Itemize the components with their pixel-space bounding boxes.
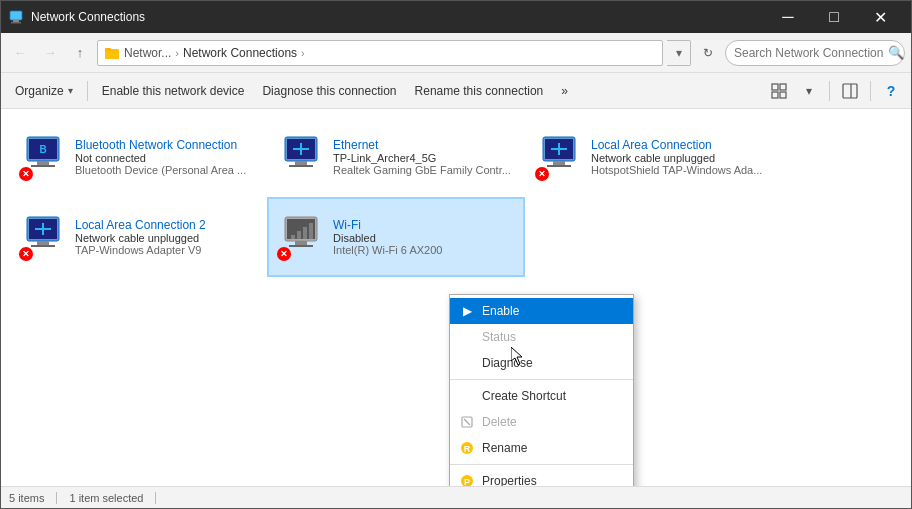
- view-options-button[interactable]: [765, 77, 793, 105]
- minimize-button[interactable]: ─: [765, 1, 811, 33]
- more-button[interactable]: »: [553, 77, 576, 105]
- statusbar-count: 5 items: [9, 492, 44, 504]
- context-menu-properties[interactable]: P Properties: [450, 468, 633, 486]
- item-name: Ethernet: [333, 138, 515, 152]
- list-item[interactable]: ✕ Local Area Connection Network cable un…: [525, 117, 783, 197]
- context-menu-rename[interactable]: R Rename: [450, 435, 633, 461]
- rename-icon: R: [458, 439, 476, 457]
- svg-rect-13: [37, 161, 49, 165]
- svg-rect-8: [780, 92, 786, 98]
- maximize-button[interactable]: □: [811, 1, 857, 33]
- organize-label: Organize: [15, 84, 64, 98]
- svg-rect-5: [772, 84, 778, 90]
- up-button[interactable]: ↑: [67, 40, 93, 66]
- toolbar-sep-1: [87, 81, 88, 101]
- item-detail: HotspotShield TAP-Windows Ada...: [591, 164, 773, 176]
- context-menu-diagnose[interactable]: Diagnose: [450, 350, 633, 376]
- context-menu-create-shortcut[interactable]: Create Shortcut: [450, 383, 633, 409]
- pane-icon: [842, 83, 858, 99]
- list-item[interactable]: B ✕ Bluetooth Network Connection Not con…: [9, 117, 267, 197]
- item-icon-wrap: ✕: [19, 213, 67, 261]
- svg-rect-14: [31, 165, 55, 167]
- item-icon-wrap: ✕: [277, 213, 325, 261]
- context-menu-enable[interactable]: ▶ Enable: [450, 298, 633, 324]
- item-status: Network cable unplugged: [591, 152, 773, 164]
- item-detail: TAP-Windows Adapter V9: [75, 244, 257, 256]
- address-path-part1: Networ...: [124, 46, 171, 60]
- list-item[interactable]: ✕ Local Area Connection 2 Network cable …: [9, 197, 267, 277]
- svg-rect-2: [11, 22, 21, 24]
- rename-button[interactable]: Rename this connection: [407, 77, 552, 105]
- details-pane-button[interactable]: [836, 77, 864, 105]
- svg-rect-24: [553, 161, 565, 165]
- item-name: Bluetooth Network Connection: [75, 138, 257, 152]
- item-info: Wi-Fi Disabled Intel(R) Wi-Fi 6 AX200: [333, 218, 515, 256]
- context-menu-delete: Delete: [450, 409, 633, 435]
- svg-rect-36: [295, 241, 307, 245]
- enable-label: Enable this network device: [102, 84, 245, 98]
- toolbar-sep-2: [829, 81, 830, 101]
- diagnose-button[interactable]: Diagnose this connection: [254, 77, 404, 105]
- address-dropdown-button[interactable]: ▾: [667, 40, 691, 66]
- context-create-shortcut-label: Create Shortcut: [482, 389, 566, 403]
- properties-icon: P: [458, 472, 476, 486]
- item-info: Ethernet TP-Link_Archer4_5G Realtek Gami…: [333, 138, 515, 176]
- item-status: Disabled: [333, 232, 515, 244]
- help-icon: ?: [887, 83, 896, 99]
- addressbar: ← → ↑ Networ... › Network Connections › …: [1, 33, 911, 73]
- item-icon-wrap: [277, 133, 325, 181]
- item-name: Wi-Fi: [333, 218, 515, 232]
- item-detail: Bluetooth Device (Personal Area ...: [75, 164, 257, 176]
- svg-rect-40: [303, 227, 307, 241]
- context-separator-2: [450, 464, 633, 465]
- view-dropdown-button[interactable]: ▾: [795, 77, 823, 105]
- more-label: »: [561, 84, 568, 98]
- svg-rect-41: [309, 223, 313, 241]
- computer-icon: [277, 133, 325, 181]
- item-icon-wrap: ✕: [535, 133, 583, 181]
- search-input[interactable]: [734, 46, 884, 60]
- item-info: Bluetooth Network Connection Not connect…: [75, 138, 257, 176]
- svg-rect-0: [10, 11, 22, 20]
- error-badge: ✕: [277, 247, 291, 261]
- context-menu: ▶ Enable Status Diagnose Create Shortcut: [449, 294, 634, 486]
- error-badge: ✕: [535, 167, 549, 181]
- address-chevron1: ›: [175, 47, 179, 59]
- content-area: B ✕ Bluetooth Network Connection Not con…: [1, 109, 911, 486]
- close-button[interactable]: ✕: [857, 1, 903, 33]
- svg-rect-1: [13, 20, 19, 22]
- svg-text:P: P: [464, 477, 470, 486]
- window-icon: [9, 9, 25, 25]
- svg-rect-25: [547, 165, 571, 167]
- context-separator-1: [450, 379, 633, 380]
- toolbar-right: ▾ ?: [765, 77, 905, 105]
- organize-button[interactable]: Organize ▾: [7, 77, 81, 105]
- item-name: Local Area Connection 2: [75, 218, 257, 232]
- address-box[interactable]: Networ... › Network Connections ›: [97, 40, 663, 66]
- svg-rect-18: [295, 161, 307, 165]
- rename-label: Rename this connection: [415, 84, 544, 98]
- toolbar: Organize ▾ Enable this network device Di…: [1, 73, 911, 109]
- refresh-button[interactable]: ↻: [695, 40, 721, 66]
- statusbar: 5 items 1 item selected: [1, 486, 911, 508]
- item-status: Network cable unplugged: [75, 232, 257, 244]
- context-rename-label: Rename: [482, 441, 527, 455]
- items-grid: B ✕ Bluetooth Network Connection Not con…: [1, 109, 911, 285]
- statusbar-sep-1: [56, 492, 57, 504]
- statusbar-selected: 1 item selected: [69, 492, 143, 504]
- item-info: Local Area Connection Network cable unpl…: [591, 138, 773, 176]
- forward-button[interactable]: →: [37, 40, 63, 66]
- help-button[interactable]: ?: [877, 77, 905, 105]
- list-item[interactable]: Ethernet TP-Link_Archer4_5G Realtek Gami…: [267, 117, 525, 197]
- item-detail: Realtek Gaming GbE Family Contr...: [333, 164, 515, 176]
- back-button[interactable]: ←: [7, 40, 33, 66]
- svg-rect-7: [772, 92, 778, 98]
- address-chevron2: ›: [301, 47, 305, 59]
- delete-icon: [458, 413, 476, 431]
- list-item[interactable]: ✕ Wi-Fi Disabled Intel(R) Wi-Fi 6 AX200: [267, 197, 525, 277]
- enable-device-button[interactable]: Enable this network device: [94, 77, 253, 105]
- organize-dropdown-icon: ▾: [68, 85, 73, 96]
- statusbar-sep-2: [155, 492, 156, 504]
- folder-icon: [104, 45, 120, 61]
- svg-text:B: B: [39, 144, 46, 155]
